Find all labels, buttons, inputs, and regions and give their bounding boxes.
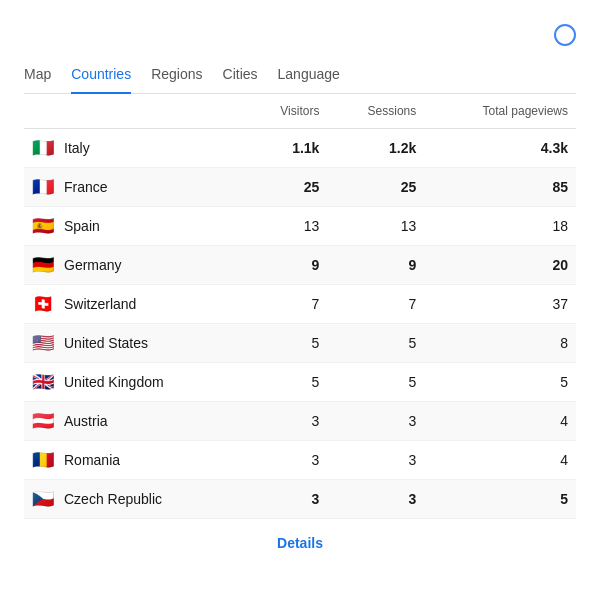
sessions-value: 3 [327,441,424,480]
pageviews-value: 8 [424,324,576,363]
location-widget: Map Countries Regions Cities Language Vi… [0,0,600,575]
tabs-nav: Map Countries Regions Cities Language [24,60,576,94]
table-row: 🇫🇷 France 252585 [24,168,576,207]
tab-countries[interactable]: Countries [71,60,131,94]
country-cell-0: 🇮🇹 Italy [24,129,245,168]
visitors-value: 13 [245,207,327,246]
table-header-row: Visitors Sessions Total pageviews [24,94,576,129]
flag-icon: 🇨🇿 [32,490,54,508]
tab-map[interactable]: Map [24,60,51,94]
visitors-value: 7 [245,285,327,324]
flag-icon: 🇪🇸 [32,217,54,235]
header-row [24,24,576,46]
country-name: France [64,179,108,195]
details-link[interactable]: Details [277,535,323,551]
flag-icon: 🇨🇭 [32,295,54,313]
col-header-visitors: Visitors [245,94,327,129]
data-table: Visitors Sessions Total pageviews 🇮🇹 Ita… [24,94,576,519]
col-header-pageviews: Total pageviews [424,94,576,129]
country-cell-4: 🇨🇭 Switzerland [24,285,245,324]
table-row: 🇺🇸 United States 558 [24,324,576,363]
col-header-country [24,94,245,129]
country-cell-2: 🇪🇸 Spain [24,207,245,246]
tab-language[interactable]: Language [278,60,340,94]
table-row: 🇨🇿 Czech Republic 335 [24,480,576,519]
country-name: United States [64,335,148,351]
pageviews-value: 85 [424,168,576,207]
country-name: Austria [64,413,108,429]
sessions-value: 7 [327,285,424,324]
sessions-value: 13 [327,207,424,246]
table-row: 🇷🇴 Romania 334 [24,441,576,480]
flag-icon: 🇬🇧 [32,373,54,391]
flag-icon: 🇷🇴 [32,451,54,469]
table-row: 🇨🇭 Switzerland 7737 [24,285,576,324]
pageviews-value: 4 [424,441,576,480]
table-row: 🇮🇹 Italy 1.1k1.2k4.3k [24,129,576,168]
country-name: Romania [64,452,120,468]
country-cell-7: 🇦🇹 Austria [24,402,245,441]
table-row: 🇪🇸 Spain 131318 [24,207,576,246]
country-cell-6: 🇬🇧 United Kingdom [24,363,245,402]
pageviews-value: 20 [424,246,576,285]
visitors-value: 5 [245,363,327,402]
country-cell-9: 🇨🇿 Czech Republic [24,480,245,519]
country-name: United Kingdom [64,374,164,390]
table-row: 🇬🇧 United Kingdom 555 [24,363,576,402]
country-cell-1: 🇫🇷 France [24,168,245,207]
country-name: Italy [64,140,90,156]
flag-icon: 🇮🇹 [32,139,54,157]
country-cell-3: 🇩🇪 Germany [24,246,245,285]
details-row: Details [24,519,576,559]
visitors-value: 3 [245,480,327,519]
flag-icon: 🇫🇷 [32,178,54,196]
pageviews-value: 18 [424,207,576,246]
pageviews-value: 37 [424,285,576,324]
visitors-value: 1.1k [245,129,327,168]
country-cell-8: 🇷🇴 Romania [24,441,245,480]
flag-icon: 🇺🇸 [32,334,54,352]
visitors-value: 25 [245,168,327,207]
pageviews-value: 4.3k [424,129,576,168]
country-name: Spain [64,218,100,234]
country-cell-5: 🇺🇸 United States [24,324,245,363]
visitors-value: 3 [245,441,327,480]
country-name: Czech Republic [64,491,162,507]
visitors-value: 9 [245,246,327,285]
col-header-sessions: Sessions [327,94,424,129]
visitors-value: 3 [245,402,327,441]
pageviews-value: 5 [424,480,576,519]
sessions-value: 3 [327,480,424,519]
tab-regions[interactable]: Regions [151,60,202,94]
sessions-value: 5 [327,363,424,402]
visitors-value: 5 [245,324,327,363]
sessions-value: 9 [327,246,424,285]
pageviews-value: 4 [424,402,576,441]
sessions-value: 3 [327,402,424,441]
tab-cities[interactable]: Cities [223,60,258,94]
table-row: 🇦🇹 Austria 334 [24,402,576,441]
country-name: Switzerland [64,296,136,312]
flag-icon: 🇩🇪 [32,256,54,274]
pageviews-value: 5 [424,363,576,402]
country-name: Germany [64,257,122,273]
table-row: 🇩🇪 Germany 9920 [24,246,576,285]
sessions-value: 1.2k [327,129,424,168]
sessions-value: 5 [327,324,424,363]
flag-icon: 🇦🇹 [32,412,54,430]
info-icon[interactable] [554,24,576,46]
sessions-value: 25 [327,168,424,207]
